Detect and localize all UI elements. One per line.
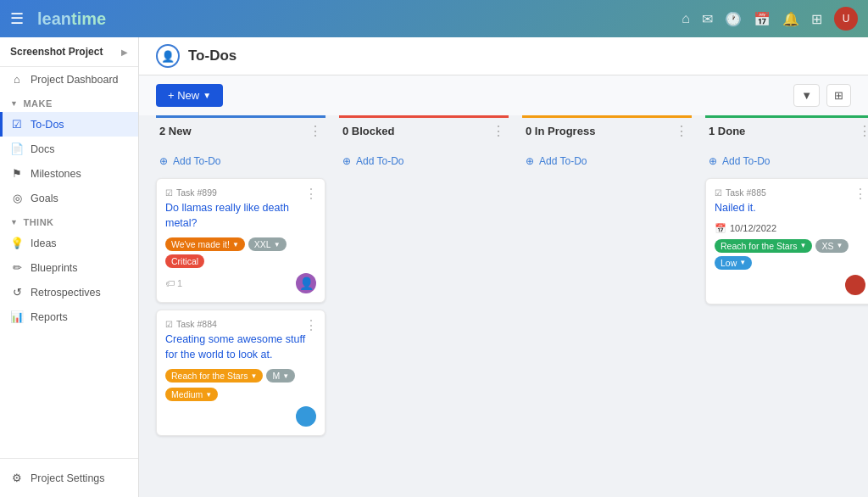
card-884-tag-m[interactable]: M ▼ [266,369,295,383]
card-885-footer [715,275,865,295]
blueprints-icon: ✏ [10,261,24,274]
column-inprogress: 0 In Progress ⋮ ⊕ Add To-Do [522,115,692,480]
card-884-tags: Reach for the Stars ▼ M ▼ [165,369,316,383]
add-todo-new-icon: ⊕ [159,155,168,167]
calendar-icon[interactable]: 📅 [754,11,771,27]
view-toggle-button[interactable]: ⊞ [826,84,851,107]
card-899-tags: We've made it! ▼ XXL ▼ Critical [165,237,316,268]
sidebar-item-ideas[interactable]: 💡 Ideas [0,231,138,255]
card-885-title[interactable]: Nailed it. [715,201,865,216]
sidebar-item-retrospectives[interactable]: ↺ Retrospectives [0,280,138,304]
filter-icon: ▼ [801,89,812,102]
card-885-tag-reachstars[interactable]: Reach for the Stars ▼ [715,239,812,253]
view-icon: ⊞ [834,89,843,102]
app-logo: leantime [37,9,106,29]
column-done-menu-icon[interactable]: ⋮ [858,123,868,139]
toolbar-actions: ▼ ⊞ [793,84,851,107]
hamburger-icon[interactable]: ☰ [10,9,24,28]
card-885-meta: ☑ Task #885 [715,187,865,198]
sidebar-item-blueprints[interactable]: ✏ Blueprints [0,255,138,280]
sidebar-section-think[interactable]: ▼ THINK [0,210,138,231]
card-885-tags: Reach for the Stars ▼ XS ▼ Low ▼ [715,239,865,270]
user-avatar[interactable]: U [834,7,858,31]
logo-time: time [71,9,106,28]
logo-lean: lean [37,9,71,28]
milestones-label: Milestones [31,168,81,180]
topnav-icons: ⌂ ✉ 🕐 📅 🔔 ⊞ U [682,7,858,31]
sidebar: Screenshot Project ▶ ⌂ Project Dashboard… [0,37,139,497]
sidebar-item-todos[interactable]: ☑ To-Dos [0,112,138,137]
kanban-board: 2 New ⋮ ⊕ Add To-Do ☑ Task #899 ⋮ Do lla… [139,115,868,497]
column-inprogress-title: 0 In Progress [526,125,595,137]
sidebar-item-docs[interactable]: 📄 Docs [0,137,138,161]
add-todo-done[interactable]: ⊕ Add To-Do [705,151,868,171]
add-todo-blocked-icon: ⊕ [342,155,351,167]
add-todo-done-label: Add To-Do [722,155,770,167]
project-arrow-icon: ▶ [121,47,128,57]
card-899-tag-wevemadeit[interactable]: We've made it! ▼ [165,237,245,251]
card-884-id: Task #884 [176,319,217,329]
card-885-date: 📅 10/12/2022 [715,223,865,234]
toolbar: + New ▼ ▼ ⊞ [139,75,868,115]
column-inprogress-menu-icon[interactable]: ⋮ [675,123,688,139]
sidebar-item-settings[interactable]: ⚙ Project Settings [0,466,138,490]
column-new-title: 2 New [159,125,192,137]
make-section-label: MAKE [23,98,52,109]
card-885-avatar [845,275,865,295]
column-blocked-menu-icon[interactable]: ⋮ [492,123,505,139]
card-885-date-value: 10/12/2022 [730,223,776,233]
add-todo-inprogress-label: Add To-Do [539,155,587,167]
todos-label: To-Dos [31,119,64,131]
sidebar-item-milestones[interactable]: ⚑ Milestones [0,161,138,186]
think-chevron-icon: ▼ [10,218,18,226]
card-899-tag-xxl[interactable]: XXL ▼ [248,237,287,251]
add-todo-blocked[interactable]: ⊕ Add To-Do [339,151,509,171]
add-todo-inprogress[interactable]: ⊕ Add To-Do [522,151,692,171]
card-884-menu-icon[interactable]: ⋮ [304,317,318,333]
sidebar-bottom: ⚙ Project Settings [0,458,138,497]
goals-label: Goals [31,193,58,204]
card-885-menu-icon[interactable]: ⋮ [854,186,867,202]
card-884-meta: ☑ Task #884 [165,319,316,329]
sidebar-item-dashboard[interactable]: ⌂ Project Dashboard [0,67,138,92]
mail-icon[interactable]: ✉ [702,11,713,27]
card-899-avatar: 👤 [296,273,316,293]
card-884-title[interactable]: Creating some awesome stuff for the worl… [165,332,316,362]
todos-icon: ☑ [10,118,24,131]
card-885-tag-xs[interactable]: XS ▼ [815,239,849,253]
card-899-id: Task #899 [176,187,217,198]
card-885-tag-low[interactable]: Low ▼ [715,256,752,270]
home-icon[interactable]: ⌂ [682,11,690,26]
filter-button[interactable]: ▼ [793,84,820,107]
sidebar-section-make[interactable]: ▼ MAKE [0,92,138,112]
clock-icon[interactable]: 🕐 [725,11,742,27]
ideas-icon: 💡 [10,237,24,249]
sidebar-project[interactable]: Screenshot Project ▶ [0,37,138,67]
comment-icon: 🏷 [165,278,175,288]
grid-icon[interactable]: ⊞ [811,11,822,27]
sidebar-item-goals[interactable]: ◎ Goals [0,186,138,210]
card-899-tag-critical[interactable]: Critical [165,254,204,268]
add-button[interactable]: + New ▼ [156,84,223,107]
sidebar-item-reports[interactable]: 📊 Reports [0,304,138,329]
bell-icon[interactable]: 🔔 [782,11,799,27]
card-899-title[interactable]: Do llamas really like death metal? [165,201,316,231]
card-884: ☑ Task #884 ⋮ Creating some awesome stuf… [156,310,326,436]
add-todo-new[interactable]: ⊕ Add To-Do [156,151,326,171]
column-blocked-title: 0 Blocked [342,125,394,137]
todos-header-icon: 👤 [156,44,180,68]
card-899-menu-icon[interactable]: ⋮ [304,186,318,202]
column-done-header: 1 Done ⋮ [705,115,868,144]
main-layout: Screenshot Project ▶ ⌂ Project Dashboard… [0,37,868,497]
card-885-meta-icon: ☑ [715,188,722,198]
column-new-menu-icon[interactable]: ⋮ [309,123,322,139]
column-new-header: 2 New ⋮ [156,115,326,144]
card-884-tag-reachstars[interactable]: Reach for the Stars ▼ [165,369,263,383]
column-blocked-header: 0 Blocked ⋮ [339,115,509,144]
card-884-tags2: Medium ▼ [165,388,316,401]
card-884-tag-medium[interactable]: Medium ▼ [165,388,218,401]
card-885-id: Task #885 [726,187,766,198]
add-todo-done-icon: ⊕ [709,155,717,167]
column-done: 1 Done ⋮ ⊕ Add To-Do ☑ Task #885 ⋮ Naile… [705,115,868,480]
retrospectives-icon: ↺ [10,286,24,299]
